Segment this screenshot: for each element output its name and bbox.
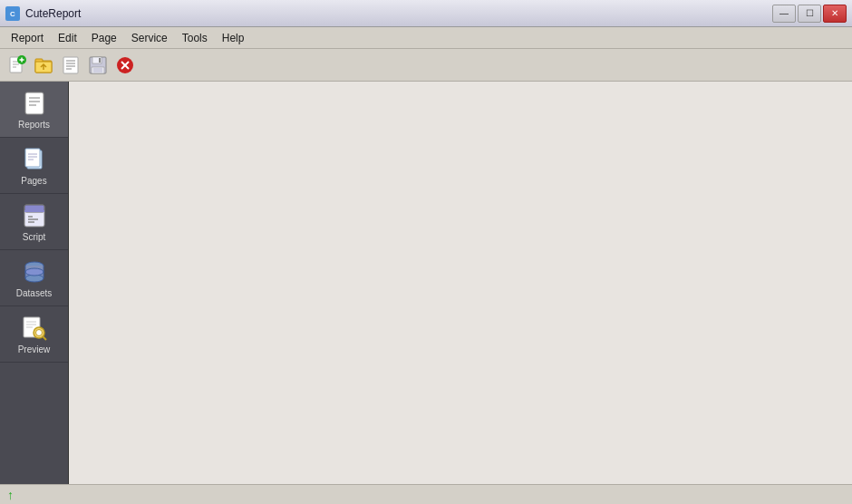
script-label: Script [23,232,46,242]
sidebar-item-pages[interactable]: Pages [0,138,68,194]
title-bar-left: C CuteReport [5,6,81,21]
save-report-button[interactable] [85,53,111,78]
title-bar-controls: — ☐ ✕ [772,5,847,23]
menu-edit[interactable]: Edit [51,30,84,46]
menu-bar: Report Edit Page Service Tools Help [0,27,852,49]
preview-icon [20,314,49,343]
reports-icon [20,89,49,118]
close-button[interactable]: ✕ [823,5,847,23]
svg-rect-30 [25,149,40,167]
svg-point-43 [25,268,44,276]
status-icon: ↑ [7,488,14,502]
content-area [69,82,852,484]
open-report-button[interactable] [31,53,56,78]
minimize-button[interactable]: — [772,5,796,23]
menu-help[interactable]: Help [215,30,252,46]
sidebar-item-script[interactable]: Script [0,194,68,250]
sidebar-item-reports[interactable]: Reports [0,82,68,138]
menu-page[interactable]: Page [84,30,124,46]
pages-label: Pages [21,176,46,186]
svg-line-52 [43,337,46,341]
datasets-icon [20,257,49,286]
svg-rect-20 [93,68,102,73]
add-report-button[interactable] [4,53,29,78]
svg-rect-21 [99,58,101,63]
svg-rect-36 [24,210,44,212]
menu-report[interactable]: Report [4,30,51,46]
svg-text:C: C [10,10,15,18]
svg-rect-12 [63,57,78,73]
script-icon [20,201,49,230]
delete-report-button[interactable] [112,53,138,78]
datasets-label: Datasets [16,288,52,298]
sidebar: Reports Pages [0,82,69,484]
menu-service[interactable]: Service [124,30,175,46]
preview-label: Preview [18,344,51,354]
svg-point-51 [35,330,42,336]
toolbar [0,49,852,82]
pages-icon [20,145,49,174]
title-bar: C CuteReport — ☐ ✕ [0,0,852,27]
app-title: CuteReport [25,7,81,20]
sidebar-item-preview[interactable]: Preview [0,306,68,363]
svg-rect-25 [25,92,44,114]
sidebar-item-datasets[interactable]: Datasets [0,250,68,306]
reports-label: Reports [18,120,50,130]
main-area: Reports Pages [0,82,852,484]
report-list-button[interactable] [58,53,83,78]
menu-tools[interactable]: Tools [175,30,215,46]
maximize-button[interactable]: ☐ [798,5,821,23]
status-bar: ↑ [0,484,852,504]
app-icon: C [5,6,20,21]
